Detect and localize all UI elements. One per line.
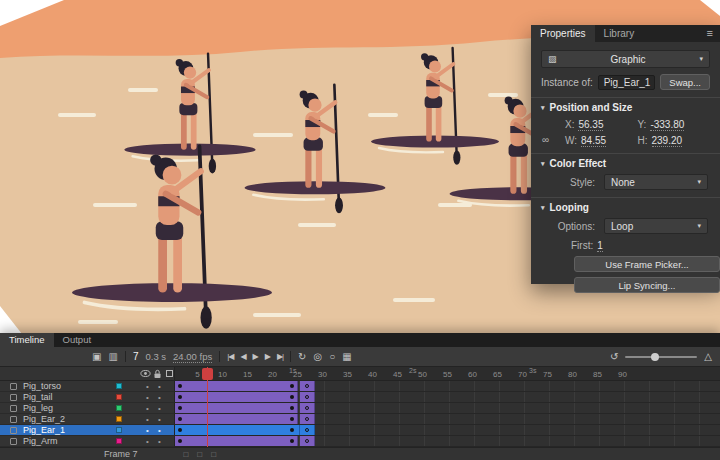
- layer-name[interactable]: Pig_tail: [23, 393, 53, 402]
- tween-span[interactable]: [175, 414, 298, 424]
- y-value[interactable]: -333.80: [650, 119, 684, 131]
- status-tool-icon[interactable]: □: [197, 450, 202, 459]
- h-value[interactable]: 239.20: [652, 135, 683, 147]
- edit-multiple-frames-icon[interactable]: ▦: [342, 352, 351, 362]
- camera-icon[interactable]: ▣: [92, 352, 101, 362]
- timeline-layer-row[interactable]: Pig_Arm • •: [0, 436, 720, 447]
- layer-visibility-dot[interactable]: •: [146, 425, 149, 436]
- keyframe-dot[interactable]: [290, 384, 294, 388]
- keyframe-dot[interactable]: [290, 417, 294, 421]
- style-dropdown[interactable]: None ▾: [604, 174, 708, 190]
- layer-lock-dot[interactable]: •: [158, 425, 161, 436]
- tween-span[interactable]: [175, 436, 298, 446]
- timeline-layer-row[interactable]: Pig_Ear_2 • •: [0, 414, 720, 425]
- tab-timeline[interactable]: Timeline: [0, 333, 54, 347]
- tween-span[interactable]: [175, 403, 298, 413]
- link-dimensions-icon[interactable]: ∞: [542, 134, 549, 145]
- layer-visibility-dot[interactable]: •: [146, 403, 149, 414]
- empty-keyframe-dot[interactable]: [305, 417, 309, 421]
- layer-visibility-dot[interactable]: •: [146, 381, 149, 392]
- swap-button[interactable]: Swap...: [660, 74, 710, 90]
- status-tool-icon[interactable]: □: [211, 450, 216, 459]
- layer-visibility-dot[interactable]: •: [146, 414, 149, 425]
- first-frame-value[interactable]: 1: [597, 240, 603, 252]
- layer-frames-track[interactable]: [175, 436, 720, 447]
- tween-span[interactable]: [175, 392, 298, 402]
- timeline-ruler[interactable]: 1s 2s 3s 5 10 15 20 25 30 35 40 45 50 55…: [175, 367, 720, 381]
- empty-keyframe-dot[interactable]: [305, 428, 309, 432]
- outline-color-icon[interactable]: [165, 369, 174, 378]
- keyframe-dot[interactable]: [290, 406, 294, 410]
- empty-keyframe-dot[interactable]: [305, 439, 309, 443]
- empty-keyframe-dot[interactable]: [305, 395, 309, 399]
- layer-name[interactable]: Pig_leg: [23, 404, 53, 413]
- layer-outline-color-swatch[interactable]: [116, 383, 122, 389]
- layer-name-cell[interactable]: Pig_torso • •: [0, 381, 175, 392]
- x-value[interactable]: 56.35: [578, 119, 603, 131]
- layer-lock-dot[interactable]: •: [158, 403, 161, 414]
- layer-outline-color-swatch[interactable]: [116, 416, 122, 422]
- onion-skin-icon[interactable]: ◎: [314, 352, 323, 362]
- tween-span[interactable]: [175, 381, 298, 391]
- keyframe-dot[interactable]: [178, 439, 182, 443]
- keyframe-dot[interactable]: [178, 406, 182, 410]
- step-forward-button[interactable]: ▶: [265, 353, 270, 361]
- layer-frames-track[interactable]: [175, 392, 720, 403]
- status-tool-icon[interactable]: □: [184, 450, 189, 459]
- layer-name[interactable]: Pig_Ear_2: [23, 415, 65, 424]
- loop-playback-icon[interactable]: ↻: [298, 352, 306, 362]
- eye-icon[interactable]: [140, 369, 151, 378]
- layer-name-cell[interactable]: Pig_tail • •: [0, 392, 175, 403]
- layer-lock-dot[interactable]: •: [158, 392, 161, 403]
- keyframe-dot[interactable]: [290, 428, 294, 432]
- current-frame-value[interactable]: 7: [133, 351, 139, 362]
- layer-name-cell[interactable]: Pig_Ear_2 • •: [0, 414, 175, 425]
- layer-name-cell[interactable]: Pig_Ear_1 • •: [0, 425, 175, 436]
- w-value[interactable]: 84.55: [581, 135, 606, 147]
- keyframe-dot[interactable]: [178, 384, 182, 388]
- go-to-last-frame-button[interactable]: ▶|: [277, 353, 283, 361]
- use-frame-picker-button[interactable]: Use Frame Picker...: [574, 256, 720, 272]
- section-header-position-size[interactable]: ▾ Position and Size: [541, 102, 710, 113]
- layer-name[interactable]: Pig_Ear_1: [23, 426, 65, 435]
- tween-span-selected[interactable]: [175, 425, 300, 435]
- play-button[interactable]: ▶: [253, 353, 258, 361]
- timeline-layer-row-selected[interactable]: Pig_Ear_1 • •: [0, 425, 720, 436]
- layer-name[interactable]: Pig_Arm: [23, 437, 58, 446]
- layer-name-cell[interactable]: Pig_Arm • •: [0, 436, 175, 447]
- layer-outline-color-swatch[interactable]: [116, 394, 122, 400]
- loop-options-dropdown[interactable]: Loop ▾: [604, 218, 708, 234]
- layer-lock-dot[interactable]: •: [158, 381, 161, 392]
- keyframe-dot[interactable]: [290, 395, 294, 399]
- empty-keyframe-dot[interactable]: [305, 384, 309, 388]
- layer-lock-dot[interactable]: •: [158, 414, 161, 425]
- fit-timeline-icon[interactable]: △: [704, 352, 712, 362]
- lock-icon[interactable]: [153, 369, 162, 379]
- go-to-first-frame-button[interactable]: |◀: [227, 353, 233, 361]
- panel-menu-icon[interactable]: ≡: [700, 25, 720, 42]
- layer-visibility-dot[interactable]: •: [146, 436, 149, 447]
- layer-frames-track[interactable]: [175, 425, 720, 436]
- layer-outline-color-swatch[interactable]: [116, 427, 122, 433]
- layer-frames-track[interactable]: [175, 403, 720, 414]
- step-back-button[interactable]: ◀: [240, 353, 245, 361]
- empty-keyframe-dot[interactable]: [305, 406, 309, 410]
- onion-skin-outlines-icon[interactable]: ○: [329, 352, 335, 362]
- layer-visibility-dot[interactable]: •: [146, 392, 149, 403]
- tab-library[interactable]: Library: [595, 25, 644, 42]
- layer-outline-color-swatch[interactable]: [116, 438, 122, 444]
- layer-frames-track[interactable]: [175, 381, 720, 392]
- playhead-handle[interactable]: [202, 368, 213, 380]
- layer-outline-color-swatch[interactable]: [116, 405, 122, 411]
- tab-output[interactable]: Output: [54, 333, 101, 347]
- layer-parenting-icon[interactable]: ▥: [108, 352, 117, 362]
- timeline-layer-row[interactable]: Pig_leg • •: [0, 403, 720, 414]
- section-header-color-effect[interactable]: ▾ Color Effect: [541, 158, 710, 169]
- frame-rate-value[interactable]: 24.00 fps: [173, 351, 212, 363]
- reset-timeline-zoom-icon[interactable]: ↺: [610, 352, 618, 362]
- keyframe-dot[interactable]: [178, 395, 182, 399]
- section-header-looping[interactable]: ▾ Looping: [541, 202, 710, 213]
- timeline-layer-row[interactable]: Pig_torso • •: [0, 381, 720, 392]
- keyframe-dot[interactable]: [178, 428, 182, 432]
- instance-name-field[interactable]: Pig_Ear_1: [598, 75, 656, 90]
